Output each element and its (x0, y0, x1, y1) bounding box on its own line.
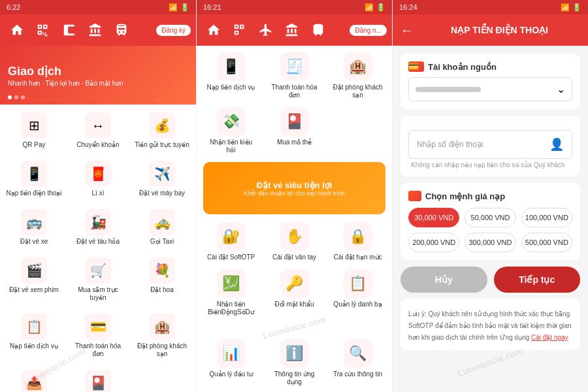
nav-train-2[interactable] (306, 23, 330, 37)
qrpay-icon: ⊞ (21, 112, 47, 139)
banner2-subtitle: Khởi đầu thuận lợi cho mọi hành trình (244, 190, 344, 197)
register-button-2[interactable]: Đăng n... (350, 25, 387, 36)
contact-icon[interactable]: 👤 (549, 137, 564, 152)
nav-transfer-1[interactable] (57, 23, 81, 37)
savings-icon: 💰 (149, 112, 175, 139)
menu-qrpay[interactable]: ⊞ QR Pay (3, 107, 65, 154)
status-bar-1: 6:22 📶 🔋 (0, 0, 196, 14)
amount-300k[interactable]: 300,000 VND (465, 233, 515, 252)
taxi-label: Gọi Taxi (150, 238, 174, 246)
p2-fingerprint[interactable]: ✋ Cài đặt vân tay (269, 222, 321, 261)
p2-search[interactable]: 🔍 Tra cứu thông tin (332, 339, 384, 386)
status-bar-3: 16:24 📶 🔋 (393, 0, 588, 14)
back-button[interactable]: ← (400, 23, 414, 38)
amount-100k[interactable]: 100,000 VND (521, 208, 572, 227)
menu-savings[interactable]: 💰 Tiền gửi trực tuyến (131, 107, 193, 154)
menu-flower[interactable]: 💐 Đặt hoa (131, 252, 193, 307)
menu-service[interactable]: 📋 Nạp tiền dịch vụ (3, 308, 65, 363)
menu-topup[interactable]: 📱 Nạp tiền điện thoại (3, 155, 65, 203)
shopping-label: Mua sắm trực tuyến (69, 286, 127, 302)
status-icons-3: 📶 🔋 (561, 3, 581, 12)
cancel-button[interactable]: Hủy (400, 267, 487, 293)
p2-sms[interactable]: 💹 Nhận tiền BiếnĐộngSốDư (205, 269, 257, 316)
flower-label: Đặt hoa (150, 286, 173, 294)
nav-qr-2[interactable] (228, 23, 252, 37)
p2-otp-label: Cài đặt SoftOTP (207, 253, 255, 261)
nav-home-2[interactable] (202, 23, 225, 37)
action-row: Hủy Tiếp tục (400, 267, 580, 293)
p2-fingerprint-icon: ✋ (280, 222, 309, 251)
transfer-label: Chuyển khoản (76, 141, 119, 149)
app-header-2: Đăng n... (197, 14, 392, 46)
menu-remit[interactable]: 📤 Nhận tiền kiều hối (3, 365, 65, 392)
p2-card[interactable]: 🎴 Mua mã thẻ (269, 107, 321, 154)
hotel-label: Đặt phòng khách sạn (133, 342, 191, 358)
p2-search-label: Tra cứu thông tin (333, 370, 382, 378)
phone-input-container[interactable]: Nhập số điện thoại 👤 (408, 130, 572, 159)
remit-icon: 📤 (21, 370, 47, 392)
nav-building-2[interactable] (280, 23, 304, 37)
banner-title-1: Giao dịch (8, 64, 123, 78)
transfer-icon: ↔️ (85, 112, 111, 139)
cinema-icon: 🎬 (21, 257, 47, 284)
p2-hotel[interactable]: 🏨 Đặt phòng khách sạn (332, 52, 384, 99)
nav-home-1[interactable] (5, 23, 29, 37)
menu-hotel[interactable]: 🏨 Đặt phòng khách sạn (131, 308, 193, 363)
account-bar (416, 87, 481, 92)
menu-flight[interactable]: ✈️ Đặt vé máy bay (131, 155, 193, 203)
banner-dots-1 (8, 95, 25, 99)
p2-limit-label: Cài đặt hạn mức (333, 253, 382, 261)
p2-remit-label: Nhận tiền kiều hối (205, 139, 257, 154)
nav-plane-2[interactable] (254, 23, 278, 37)
menu-card[interactable]: 🎴 Mua mã thẻ (67, 365, 129, 392)
account-select[interactable]: ⌄ (408, 77, 572, 101)
p2-search-icon: 🔍 (344, 339, 372, 368)
amount-card: Chọn mệnh giá nạp 30,000 VND 50,000 VND … (400, 183, 580, 260)
banner-subtitle-1: Nhanh hơn · Tiện lợi hơn · Bảo mật hơn (8, 80, 123, 87)
p2-otp[interactable]: 🔐 Cài đặt SoftOTP (205, 222, 257, 261)
register-button-1[interactable]: Đăng ký (156, 25, 191, 36)
shopping-icon: 🛒 (85, 257, 111, 284)
p2-limit[interactable]: 🔒 Cài đặt hạn mức (332, 222, 384, 261)
menu-train[interactable]: 🚂 Đặt vé tàu hỏa (67, 204, 129, 251)
p2-appinfo[interactable]: ℹ️ Thông tin ứng dụng (269, 339, 321, 386)
menu-cinema[interactable]: 🎬 Đặt vé xem phim (3, 252, 65, 307)
app-header-1: Đăng ký (0, 14, 196, 46)
menu-lucky[interactable]: 🧧 Lì xì (67, 155, 129, 203)
amount-200k[interactable]: 200,000 VND (408, 233, 459, 252)
panel-3: 16:24 📶 🔋 ← NẠP TIỀN ĐIỆN THOẠI 💳 Tài kh… (392, 0, 588, 392)
p2-bill-pay[interactable]: 🧾 Thanh toán hóa đơn (269, 52, 321, 99)
banner2: Đặt vé siêu tiện lợi Khởi đầu thuận lợi … (203, 162, 385, 214)
nav-qr-1[interactable] (31, 23, 55, 37)
panel2-row-3: 🔐 Cài đặt SoftOTP ✋ Cài đặt vân tay 🔒 Cà… (199, 218, 389, 265)
amount-label-container: Chọn mệnh giá nạp (408, 191, 572, 201)
lucky-icon: 🧧 (85, 161, 111, 187)
source-label-container: 💳 Tài khoản nguồn (408, 61, 572, 72)
p2-service-topup[interactable]: 📱 Nạp tiền dịch vụ (205, 52, 257, 99)
panel3-topbar: ← NẠP TIỀN ĐIỆN THOẠI (393, 14, 588, 46)
nav-train-1[interactable] (110, 23, 133, 37)
menu-bill[interactable]: 💳 Thanh toán hóa đơn (67, 308, 129, 363)
p2-passwd[interactable]: 🔑 Đổi mật khẩu (269, 269, 321, 316)
menu-bus[interactable]: 🚌 Đặt vé xe (3, 204, 65, 251)
status-icons-2: 📶 🔋 (365, 3, 385, 12)
account-icon: 💳 (408, 61, 424, 72)
p2-remit[interactable]: 💸 Nhận tiền kiều hối (205, 107, 257, 154)
p2-invest-label: Quản lý đầu tư (209, 370, 252, 378)
p2-sms-label: Nhận tiền BiếnĐộngSốDư (205, 301, 257, 316)
menu-transfer[interactable]: ↔️ Chuyển khoản (67, 107, 129, 154)
amount-30k[interactable]: 30,000 VND (408, 208, 459, 227)
topup-label: Nạp tiền điện thoại (6, 189, 61, 197)
menu-taxi[interactable]: 🚕 Gọi Taxi (131, 204, 193, 251)
menu-shopping[interactable]: 🛒 Mua sắm trực tuyến (67, 252, 129, 307)
p2-sms-icon: 💹 (217, 269, 246, 298)
time-1: 6:22 (7, 3, 20, 11)
amount-50k[interactable]: 50,000 VND (465, 208, 515, 227)
train-icon: 🚂 (85, 209, 111, 235)
grid-menu-1: ⊞ QR Pay ↔️ Chuyển khoản 💰 Tiền gửi trực… (0, 105, 196, 392)
continue-button[interactable]: Tiếp tục (494, 267, 581, 293)
p2-card-icon: 🎴 (280, 107, 309, 136)
nav-building-1[interactable] (84, 23, 107, 37)
service-icon: 📋 (21, 314, 47, 340)
amount-500k[interactable]: 500,000 VND (521, 233, 572, 252)
